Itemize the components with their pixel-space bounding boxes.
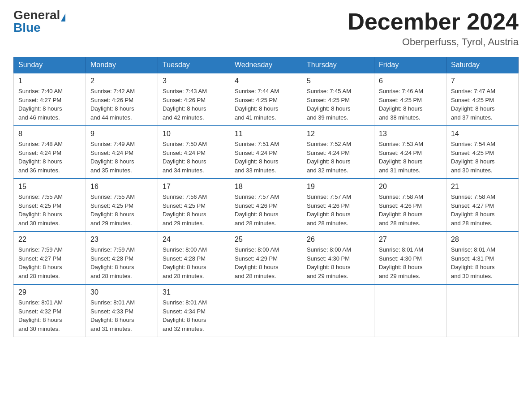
day-info: Sunrise: 7:56 AMSunset: 4:25 PMDaylight:…	[163, 193, 225, 227]
day-number: 9	[90, 130, 153, 138]
day-info: Sunrise: 7:46 AMSunset: 4:25 PMDaylight:…	[379, 87, 442, 122]
calendar-cell: 15Sunrise: 7:55 AMSunset: 4:25 PMDayligh…	[14, 179, 86, 231]
day-number: 11	[235, 130, 297, 138]
calendar-cell: 2Sunrise: 7:42 AMSunset: 4:26 PMDaylight…	[86, 73, 158, 126]
day-number: 6	[379, 77, 442, 85]
calendar-week-row: 1Sunrise: 7:40 AMSunset: 4:27 PMDaylight…	[14, 73, 519, 126]
day-info: Sunrise: 8:00 AMSunset: 4:28 PMDaylight:…	[163, 245, 225, 280]
calendar-cell: 10Sunrise: 7:50 AMSunset: 4:24 PMDayligh…	[158, 126, 230, 179]
day-number: 25	[235, 235, 297, 244]
calendar-header-row: Sunday Monday Tuesday Wednesday Thursday…	[14, 57, 519, 73]
calendar-week-row: 15Sunrise: 7:55 AMSunset: 4:25 PMDayligh…	[14, 179, 519, 231]
calendar-cell	[302, 284, 374, 337]
calendar-cell: 21Sunrise: 7:58 AMSunset: 4:27 PMDayligh…	[446, 179, 519, 231]
title-block: December 2024 Oberperfuss, Tyrol, Austri…	[348, 9, 519, 48]
day-info: Sunrise: 7:57 AMSunset: 4:26 PMDaylight:…	[235, 193, 297, 227]
calendar-cell: 12Sunrise: 7:52 AMSunset: 4:24 PMDayligh…	[302, 126, 374, 179]
month-title: December 2024	[348, 9, 519, 34]
day-number: 29	[18, 288, 81, 296]
day-number: 7	[451, 77, 514, 85]
day-info: Sunrise: 7:45 AMSunset: 4:25 PMDaylight:…	[307, 87, 369, 122]
calendar-table: Sunday Monday Tuesday Wednesday Thursday…	[13, 57, 519, 337]
day-number: 10	[163, 130, 225, 138]
calendar-cell: 6Sunrise: 7:46 AMSunset: 4:25 PMDaylight…	[374, 73, 446, 126]
col-monday: Monday	[86, 57, 158, 73]
calendar-cell	[230, 284, 302, 337]
calendar-cell: 3Sunrise: 7:43 AMSunset: 4:26 PMDaylight…	[158, 73, 230, 126]
logo: General Blue	[13, 9, 65, 34]
day-info: Sunrise: 7:58 AMSunset: 4:26 PMDaylight:…	[379, 193, 442, 227]
calendar-cell: 31Sunrise: 8:01 AMSunset: 4:34 PMDayligh…	[158, 284, 230, 337]
day-number: 22	[18, 235, 81, 244]
page-header: General Blue December 2024 Oberperfuss, …	[13, 9, 519, 48]
day-number: 30	[90, 288, 153, 296]
day-info: Sunrise: 7:42 AMSunset: 4:26 PMDaylight:…	[90, 87, 153, 122]
calendar-cell: 28Sunrise: 8:01 AMSunset: 4:31 PMDayligh…	[446, 231, 519, 284]
logo-triangle-icon	[61, 13, 65, 21]
calendar-cell	[374, 284, 446, 337]
day-number: 15	[18, 183, 81, 191]
calendar-cell: 22Sunrise: 7:59 AMSunset: 4:27 PMDayligh…	[14, 231, 86, 284]
day-number: 1	[18, 77, 81, 85]
calendar-cell: 13Sunrise: 7:53 AMSunset: 4:24 PMDayligh…	[374, 126, 446, 179]
calendar-week-row: 29Sunrise: 8:01 AMSunset: 4:32 PMDayligh…	[14, 284, 519, 337]
calendar-week-row: 22Sunrise: 7:59 AMSunset: 4:27 PMDayligh…	[14, 231, 519, 284]
calendar-cell: 9Sunrise: 7:49 AMSunset: 4:24 PMDaylight…	[86, 126, 158, 179]
day-info: Sunrise: 7:52 AMSunset: 4:24 PMDaylight:…	[307, 140, 369, 175]
day-number: 12	[307, 130, 369, 138]
logo-blue-text: Blue	[13, 21, 41, 34]
day-info: Sunrise: 7:54 AMSunset: 4:25 PMDaylight:…	[451, 140, 514, 175]
day-number: 28	[451, 235, 514, 244]
calendar-cell: 23Sunrise: 7:59 AMSunset: 4:28 PMDayligh…	[86, 231, 158, 284]
day-info: Sunrise: 7:48 AMSunset: 4:24 PMDaylight:…	[18, 140, 81, 175]
day-info: Sunrise: 7:59 AMSunset: 4:28 PMDaylight:…	[90, 245, 153, 280]
col-tuesday: Tuesday	[158, 57, 230, 73]
day-info: Sunrise: 8:01 AMSunset: 4:33 PMDaylight:…	[90, 298, 153, 333]
day-info: Sunrise: 7:50 AMSunset: 4:24 PMDaylight:…	[163, 140, 225, 175]
logo-general-text: General	[13, 8, 60, 22]
day-number: 24	[163, 235, 225, 244]
day-number: 4	[235, 77, 297, 85]
calendar-cell: 8Sunrise: 7:48 AMSunset: 4:24 PMDaylight…	[14, 126, 86, 179]
col-friday: Friday	[374, 57, 446, 73]
day-info: Sunrise: 7:55 AMSunset: 4:25 PMDaylight:…	[90, 193, 153, 227]
day-number: 2	[90, 77, 153, 85]
calendar-cell: 20Sunrise: 7:58 AMSunset: 4:26 PMDayligh…	[374, 179, 446, 231]
day-info: Sunrise: 7:57 AMSunset: 4:26 PMDaylight:…	[307, 193, 369, 227]
day-info: Sunrise: 8:00 AMSunset: 4:30 PMDaylight:…	[307, 245, 369, 280]
logo-top-row: General	[13, 9, 65, 21]
day-number: 31	[163, 288, 225, 296]
day-info: Sunrise: 8:01 AMSunset: 4:30 PMDaylight:…	[379, 245, 442, 280]
day-number: 20	[379, 183, 442, 191]
day-number: 5	[307, 77, 369, 85]
day-number: 3	[163, 77, 225, 85]
day-number: 8	[18, 130, 81, 138]
calendar-cell: 19Sunrise: 7:57 AMSunset: 4:26 PMDayligh…	[302, 179, 374, 231]
calendar-cell: 25Sunrise: 8:00 AMSunset: 4:29 PMDayligh…	[230, 231, 302, 284]
location-text: Oberperfuss, Tyrol, Austria	[348, 36, 519, 48]
calendar-cell	[446, 284, 519, 337]
day-number: 16	[90, 183, 153, 191]
day-info: Sunrise: 7:59 AMSunset: 4:27 PMDaylight:…	[18, 245, 81, 280]
col-sunday: Sunday	[14, 57, 86, 73]
calendar-cell: 5Sunrise: 7:45 AMSunset: 4:25 PMDaylight…	[302, 73, 374, 126]
day-info: Sunrise: 7:58 AMSunset: 4:27 PMDaylight:…	[451, 193, 514, 227]
calendar-cell: 16Sunrise: 7:55 AMSunset: 4:25 PMDayligh…	[86, 179, 158, 231]
calendar-cell: 29Sunrise: 8:01 AMSunset: 4:32 PMDayligh…	[14, 284, 86, 337]
day-info: Sunrise: 7:53 AMSunset: 4:24 PMDaylight:…	[379, 140, 442, 175]
day-info: Sunrise: 7:43 AMSunset: 4:26 PMDaylight:…	[163, 87, 225, 122]
calendar-cell: 4Sunrise: 7:44 AMSunset: 4:25 PMDaylight…	[230, 73, 302, 126]
day-number: 19	[307, 183, 369, 191]
day-number: 27	[379, 235, 442, 244]
calendar-cell: 26Sunrise: 8:00 AMSunset: 4:30 PMDayligh…	[302, 231, 374, 284]
calendar-cell: 7Sunrise: 7:47 AMSunset: 4:25 PMDaylight…	[446, 73, 519, 126]
calendar-cell: 11Sunrise: 7:51 AMSunset: 4:24 PMDayligh…	[230, 126, 302, 179]
day-number: 23	[90, 235, 153, 244]
day-info: Sunrise: 8:01 AMSunset: 4:32 PMDaylight:…	[18, 298, 81, 333]
day-number: 18	[235, 183, 297, 191]
calendar-cell: 24Sunrise: 8:00 AMSunset: 4:28 PMDayligh…	[158, 231, 230, 284]
calendar-cell: 1Sunrise: 7:40 AMSunset: 4:27 PMDaylight…	[14, 73, 86, 126]
day-info: Sunrise: 7:49 AMSunset: 4:24 PMDaylight:…	[90, 140, 153, 175]
col-thursday: Thursday	[302, 57, 374, 73]
day-info: Sunrise: 7:44 AMSunset: 4:25 PMDaylight:…	[235, 87, 297, 122]
